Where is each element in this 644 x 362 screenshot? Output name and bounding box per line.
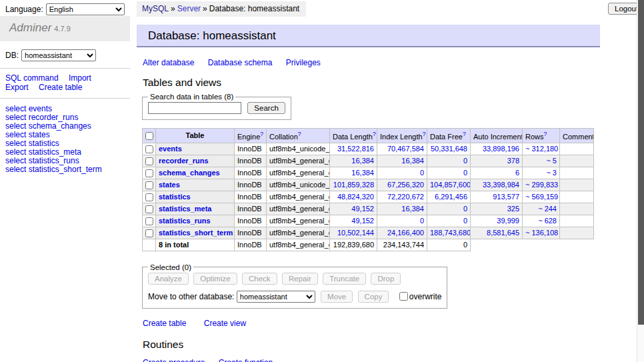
data-free-link[interactable]: 104,857,600 (430, 181, 471, 189)
row-checkbox[interactable] (145, 181, 153, 189)
database-schema-link[interactable]: Database schema (208, 58, 273, 67)
row-checkbox[interactable] (145, 229, 153, 237)
data-free-link[interactable]: 6,291,456 (435, 193, 467, 201)
rows-count-link[interactable]: ~ 299,833 (525, 181, 558, 189)
select-all-cell[interactable] (143, 129, 156, 143)
rows-count-link[interactable]: ~ 569,159 (525, 193, 558, 201)
data-length-link[interactable]: 16,384 (351, 169, 374, 177)
drop-button[interactable]: Drop (371, 273, 401, 285)
create-table-link[interactable]: Create table (143, 319, 186, 328)
auto-increment-link[interactable]: 33,398,984 (483, 181, 519, 189)
data-free-link[interactable]: 0 (463, 205, 467, 213)
index-length-link[interactable]: 24,166,400 (387, 229, 424, 237)
copy-button[interactable]: Copy (358, 291, 389, 303)
data-length-link[interactable]: 49,152 (351, 205, 374, 213)
column-hint-link[interactable]: ? (423, 131, 426, 137)
data-length-link[interactable]: 31,522,816 (337, 145, 374, 153)
index-length-link[interactable]: 0 (420, 217, 424, 225)
db-select[interactable]: homeassistant (21, 49, 96, 61)
rows-count-link[interactable]: ~ 244 (538, 205, 557, 213)
table-name-link[interactable]: recorder_runs (159, 157, 209, 165)
adminer-logo-link[interactable]: Adminer (9, 21, 51, 34)
sidebar-link-import[interactable]: Import (69, 73, 91, 83)
column-hint-link[interactable]: ? (260, 131, 263, 137)
data-free-link[interactable]: 50,331,648 (431, 145, 467, 153)
auto-increment-link[interactable]: 6 (515, 169, 519, 177)
index-length-link[interactable]: 0 (420, 169, 424, 177)
sidebar-link-create-table[interactable]: Create table (39, 83, 82, 92)
auto-increment-link[interactable]: 325 (507, 205, 519, 213)
optimize-button[interactable]: Optimize (193, 273, 237, 285)
auto-increment-link[interactable]: 913,577 (493, 193, 519, 201)
search-input[interactable] (148, 102, 241, 114)
move-database-select[interactable]: homeassistant (237, 291, 315, 303)
column-hint-link[interactable]: ? (463, 131, 466, 137)
truncate-button[interactable]: Truncate (323, 273, 366, 285)
rows-count-link[interactable]: ~ 136,108 (525, 229, 558, 237)
data-free-link[interactable]: 0 (463, 157, 467, 165)
check-button[interactable]: Check (242, 273, 277, 285)
column-hint-link[interactable]: ? (544, 131, 547, 137)
alter-database-link[interactable]: Alter database (143, 58, 194, 67)
row-checkbox[interactable] (145, 193, 153, 201)
create-view-link[interactable]: Create view (204, 319, 246, 328)
table-name-link[interactable]: schema_changes (159, 169, 220, 177)
create-function-link[interactable]: Create function (219, 358, 273, 362)
vertical-scrollbar[interactable] (637, 0, 644, 362)
index-length-link[interactable]: 70,467,584 (387, 145, 424, 153)
overwrite-checkbox[interactable] (399, 292, 408, 301)
row-checkbox[interactable] (145, 217, 153, 225)
row-checkbox[interactable] (145, 145, 153, 153)
index-length-link[interactable]: 16,384 (401, 205, 424, 213)
data-length-link[interactable]: 101,859,328 (333, 181, 374, 189)
breadcrumb-mysql-link[interactable]: MySQL (142, 4, 169, 13)
search-button[interactable]: Search (247, 102, 285, 114)
table-name-link[interactable]: events (159, 145, 182, 153)
auto-increment-link[interactable]: 8,581,645 (487, 229, 519, 237)
breadcrumb-server-link[interactable]: Server (177, 4, 201, 13)
index-length-link[interactable]: 16,384 (401, 157, 424, 165)
auto-increment-link[interactable]: 378 (507, 157, 519, 165)
sidebar-link-export[interactable]: Export (5, 83, 29, 92)
row-checkbox[interactable] (145, 157, 153, 165)
column-hint-link[interactable]: ? (373, 131, 376, 137)
sidebar-item-select-statistics-short-term[interactable]: select statistics_short_term (5, 165, 130, 174)
scrollbar-thumb[interactable] (638, 0, 644, 325)
data-length-link[interactable]: 48,824,320 (337, 193, 374, 201)
data-free-link[interactable]: 0 (463, 169, 467, 177)
data-length-link[interactable]: 16,384 (351, 157, 374, 165)
collation-cell: utf8mb4_general_ci (267, 227, 330, 239)
create-procedure-link[interactable]: Create procedure (143, 358, 205, 362)
data-length-link[interactable]: 10,502,144 (337, 229, 374, 237)
auto-increment-link[interactable]: 33,898,196 (483, 145, 519, 153)
index-length-link[interactable]: 72,220,672 (387, 193, 424, 201)
table-name-link[interactable]: statistics (159, 193, 191, 201)
data-length-link[interactable]: 49,152 (351, 217, 374, 225)
row-checkbox[interactable] (145, 205, 153, 213)
analyze-button[interactable]: Analyze (148, 273, 189, 285)
data-free-link[interactable]: 0 (463, 217, 467, 225)
data-length-cell: 16,384 (330, 155, 377, 167)
rows-count-link[interactable]: ~ 628 (538, 217, 557, 225)
data-free-cell: 0 (427, 167, 471, 179)
row-checkbox[interactable] (145, 169, 153, 177)
table-name-link[interactable]: statistics_short_term (159, 229, 233, 237)
rows-cell: ~ 3 (523, 167, 560, 179)
table-name-link[interactable]: statistics_meta (159, 205, 212, 213)
column-hint-link[interactable]: ? (298, 131, 301, 137)
rows-count-link[interactable]: ~ 5 (546, 157, 557, 165)
select-all-checkbox[interactable] (145, 132, 153, 140)
rows-count-link[interactable]: ~ 3 (546, 169, 557, 177)
move-button[interactable]: Move (321, 291, 353, 303)
data-free-link[interactable]: 188,743,680 (430, 229, 471, 237)
repair-button[interactable]: Repair (282, 273, 318, 285)
rows-count-link[interactable]: ~ 312,180 (525, 145, 558, 153)
privileges-link[interactable]: Privileges (286, 58, 321, 67)
sidebar-link-sql-command[interactable]: SQL command (5, 73, 59, 83)
index-length-cell: 70,467,584 (377, 143, 427, 155)
index-length-link[interactable]: 67,256,320 (387, 181, 424, 189)
table-name-link[interactable]: statistics_runs (159, 217, 211, 225)
table-name-link[interactable]: states (159, 181, 180, 189)
table-name-cell: statistics_short_term (156, 227, 235, 239)
auto-increment-link[interactable]: 39,999 (497, 217, 519, 225)
